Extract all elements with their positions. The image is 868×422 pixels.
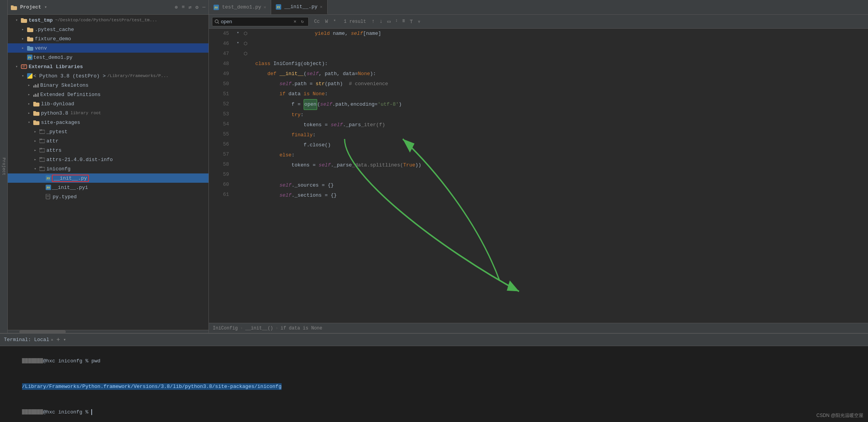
bottom-panel: Terminal: Local ✕ + ▾ ███████@hxc inicon… — [0, 333, 868, 422]
tree-arrow — [34, 129, 39, 134]
search-refresh-btn[interactable]: ↻ — [299, 19, 305, 24]
folder-icon — [33, 120, 39, 125]
terminal-label: Terminal: — [4, 337, 31, 343]
tree-label-extended-defs: Extended Definitions — [40, 92, 101, 98]
tree-item-fixture-demo[interactable]: fixture_demo — [8, 34, 208, 43]
settings-icon[interactable]: ⚙ — [195, 4, 198, 10]
py-file-icon: py — [27, 55, 32, 60]
root-name: test_tmp — [29, 17, 53, 23]
search-prev-btn[interactable]: ↑ — [370, 17, 376, 26]
search-icon — [215, 19, 219, 24]
collapse-icon[interactable]: ⇄ — [189, 4, 192, 10]
svg-rect-14 — [33, 102, 36, 103]
project-dropdown-arrow[interactable]: ▾ — [44, 4, 47, 10]
tab-init-py[interactable]: py __init__.py ✕ — [271, 0, 327, 14]
terminal-add-tab[interactable]: + — [56, 336, 60, 343]
svg-rect-18 — [33, 120, 36, 122]
search-next-btn[interactable]: ↓ — [378, 17, 384, 26]
folder-icon — [33, 101, 39, 106]
root-path: ~/Desktop/code/Python/testPro/test_tm... — [55, 18, 157, 22]
tree-label-python38: < Python 3.8 (testPro) > — [33, 73, 106, 79]
folder-icon — [27, 27, 33, 32]
minimize-icon[interactable]: — — [202, 4, 205, 10]
gutter-icons: ⬡ ⬡ ⬡ — [244, 29, 251, 323]
project-panel-header: Project ▾ ⊕ ≡ ⇄ ⚙ — — [8, 0, 208, 15]
tree-arrow — [34, 139, 39, 143]
svg-rect-3 — [21, 18, 24, 20]
folder-icon — [33, 111, 39, 116]
tree-item-test-demo1[interactable]: py test_demo1.py — [8, 53, 208, 62]
search-filter2-btn[interactable]: ▿ — [416, 17, 422, 26]
tree-item-iniconfg[interactable]: iniconfg — [8, 164, 208, 173]
tree-arrow — [28, 120, 33, 125]
tree-item-pytest[interactable]: _pytest — [8, 127, 208, 136]
search-filter-btn[interactable]: ⊤ — [408, 17, 414, 26]
tree-item-venv[interactable]: venv — [8, 43, 208, 53]
align-icon[interactable]: ≡ — [182, 4, 185, 10]
h-scrollbar[interactable] — [8, 330, 208, 333]
terminal-dropdown[interactable]: ▾ — [63, 337, 66, 343]
tree-item-attr[interactable]: attr — [8, 136, 208, 146]
tree-label-pytyped: py.typed — [53, 194, 77, 200]
tree-label-external-libs: External Libraries — [29, 64, 83, 70]
code-line-50: self.path = str(path) # convenience — [255, 79, 864, 89]
terminal-tab-close[interactable]: ✕ — [51, 337, 53, 342]
tree-label-python38-root: python3.8 — [41, 110, 68, 116]
tree-item-binary-skeletons[interactable]: Binary Skeletons — [8, 81, 208, 90]
terminal-local-label: Local — [34, 337, 49, 343]
terminal-tab-local[interactable]: Local ✕ — [34, 337, 53, 343]
folder-icon-small — [39, 129, 45, 134]
tree-item-site-packages[interactable]: site-packages — [8, 118, 208, 127]
case-sensitive-btn[interactable]: Cc — [313, 19, 321, 24]
terminal-path-line: /Library/Frameworks/Python.framework/Ver… — [4, 374, 864, 400]
tab-close-init-py[interactable]: ✕ — [320, 4, 323, 9]
tree-item-extended-defs[interactable]: Extended Definitions — [8, 90, 208, 99]
tree-item-pytest-cache[interactable]: .pytest_cache — [8, 25, 208, 34]
tree-item-external-libs[interactable]: External Libraries — [8, 62, 208, 71]
svg-rect-16 — [33, 111, 36, 113]
svg-rect-1 — [11, 5, 14, 7]
tab-label-test-demo1: test_demo1.py — [222, 4, 261, 10]
terminal-path-highlight: /Library/Frameworks/Python.framework/Ver… — [22, 383, 282, 390]
search-opts2-btn[interactable]: ≣ — [401, 17, 407, 26]
search-nav-btns: ↑ ↓ ▭ ↕ ≣ ⊤ ▿ — [370, 17, 422, 26]
svg-rect-10 — [21, 65, 27, 69]
tree-label-lib-dynload: lib-dynload — [41, 101, 74, 107]
tree-arrow — [34, 148, 39, 153]
tree-arrow — [15, 64, 21, 69]
folder-icon-small — [39, 148, 45, 153]
search-in-file-btn[interactable]: ▭ — [386, 17, 392, 26]
library-root-label: library root — [70, 111, 101, 115]
tree-item-attrs-dist[interactable]: attrs-21.4.0.dist-info — [8, 155, 208, 164]
tab-test-demo1[interactable]: py test_demo1.py ✕ — [209, 0, 271, 14]
tab-label-init-py: __init__.py — [284, 4, 318, 10]
libs-icon — [21, 64, 27, 69]
tree-root[interactable]: test_tmp ~/Desktop/code/Python/testPro/t… — [8, 15, 208, 25]
code-line-48: class IniConfig(object): — [255, 59, 864, 69]
code-line-47 — [255, 49, 864, 59]
svg-rect-29 — [46, 194, 50, 199]
search-opts-btn[interactable]: ↕ — [394, 17, 400, 26]
code-line-53: try: — [255, 110, 864, 120]
tree-item-pytyped[interactable]: py.typed — [8, 192, 208, 201]
tree-item-python38-root[interactable]: python3.8 library root — [8, 108, 208, 118]
tree-item-init-py[interactable]: py __init__.py — [8, 173, 208, 183]
regex-btn[interactable]: * — [332, 19, 338, 24]
tree-label-pytest-cache: .pytest_cache — [35, 27, 74, 33]
header-icons: ⊕ ≡ ⇄ ⚙ — — [175, 4, 205, 10]
search-result-count: 1 result — [344, 19, 366, 24]
tree-item-lib-dynload[interactable]: lib-dynload — [8, 99, 208, 108]
tree-item-init-pyi[interactable]: py __init__.pyi — [8, 183, 208, 192]
search-bar: ✕ ↻ Cc W * 1 result ↑ ↓ ▭ ↕ ≣ ⊤ ▿ — [209, 15, 868, 29]
code-line-55: finally: — [255, 130, 864, 140]
tab-close-test-demo1[interactable]: ✕ — [263, 5, 266, 10]
extended-defs-icon — [33, 92, 39, 97]
tree-item-python38[interactable]: < Python 3.8 (testPro) > /Library/Framew… — [8, 71, 208, 81]
py-file-icon-init-i: py — [46, 185, 51, 190]
locate-icon[interactable]: ⊕ — [175, 4, 178, 10]
file-icon — [46, 194, 51, 199]
whole-word-btn[interactable]: W — [323, 19, 329, 24]
search-clear-btn[interactable]: ✕ — [292, 19, 298, 24]
tree-item-attrs[interactable]: attrs — [8, 146, 208, 155]
search-input[interactable] — [221, 19, 290, 24]
